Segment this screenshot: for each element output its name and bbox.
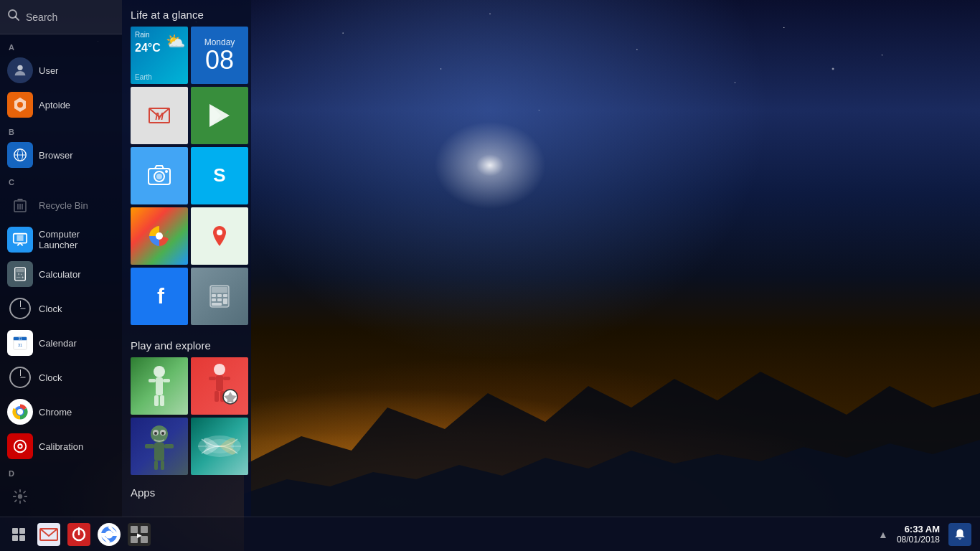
- taskbar-gmail-button[interactable]: [36, 522, 62, 547]
- explore-tile-soccer[interactable]: [191, 357, 248, 415]
- taskbar-left: ▶: [0, 522, 158, 547]
- recycle-label: Recycle Bin: [39, 200, 88, 211]
- clock-label: Clock: [39, 303, 62, 314]
- clock-icon: [7, 296, 33, 321]
- explore-tile-stadium[interactable]: [191, 418, 248, 475]
- svg-rect-59: [149, 379, 156, 382]
- svg-rect-51: [223, 294, 227, 297]
- svg-rect-76: [145, 444, 154, 448]
- facebook-icon: f: [146, 283, 172, 309]
- svg-text:× ÷: × ÷: [18, 273, 23, 276]
- svg-text:▶: ▶: [137, 532, 142, 539]
- sidebar: Search A User Aptoide: [0, 0, 122, 517]
- taskbar: ▶ ▲ 6:33 AM 08/01/2018: [0, 517, 980, 551]
- taskbar-time-display: 6:33 AM 08/01/2018: [897, 524, 940, 545]
- svg-rect-99: [141, 536, 148, 543]
- section-a-label: A: [0, 37, 122, 53]
- svg-text:31: 31: [18, 337, 22, 341]
- weather-earth: Earth: [135, 73, 152, 81]
- svg-rect-14: [17, 269, 24, 273]
- gear-icon: [7, 484, 33, 509]
- svg-rect-79: [161, 461, 164, 470]
- sidebar-items-list: A User Aptoide B: [0, 34, 122, 517]
- sidebar-item-clock[interactable]: Clock: [0, 291, 122, 326]
- explore-tiles-grid: [122, 357, 251, 481]
- svg-rect-66: [223, 377, 230, 380]
- taskbar-appstore-button[interactable]: ▶: [126, 522, 152, 547]
- skype-icon: S: [207, 163, 232, 189]
- sidebar-item-calculator[interactable]: — + × ÷ Calculator: [0, 257, 122, 291]
- search-bar[interactable]: Search: [0, 0, 122, 34]
- sidebar-item-browser[interactable]: Browser: [0, 138, 122, 172]
- tile-skype[interactable]: S: [191, 147, 248, 204]
- svg-rect-62: [160, 395, 164, 406]
- clock2-label: Clock: [39, 372, 62, 383]
- svg-rect-86: [19, 535, 25, 541]
- explore-tile-zombie[interactable]: [131, 418, 188, 475]
- tile-calculator[interactable]: [191, 268, 248, 325]
- search-icon: [7, 9, 20, 25]
- grid-icon: [11, 527, 26, 542]
- taskbar-gmail-icon: [37, 523, 60, 546]
- svg-point-40: [156, 174, 162, 179]
- svg-point-74: [161, 432, 164, 435]
- svg-text:S: S: [213, 164, 225, 186]
- svg-rect-85: [12, 535, 18, 541]
- svg-rect-64: [216, 375, 223, 391]
- sidebar-item-recycle[interactable]: Recycle Bin: [0, 188, 122, 222]
- chrome-icon: [7, 399, 33, 425]
- svg-point-23: [18, 410, 23, 415]
- clock2-icon: [7, 364, 33, 390]
- tile-date[interactable]: Monday 08: [191, 27, 248, 84]
- calendar-label: Calendar: [39, 338, 77, 349]
- explore-tile-cricket[interactable]: [131, 357, 188, 415]
- aptoide-icon: [7, 92, 33, 118]
- sidebar-item-calendar[interactable]: 31 31 Calendar: [0, 326, 122, 360]
- sidebar-item-clock2[interactable]: Clock: [0, 360, 122, 395]
- taskbar-power-button[interactable]: [66, 522, 92, 547]
- life-at-glance-title: Life at a glance: [122, 0, 251, 27]
- weather-rain: Rain: [135, 31, 150, 39]
- svg-point-45: [217, 230, 222, 235]
- svg-point-26: [19, 445, 22, 448]
- chrome-label: Chrome: [39, 407, 72, 418]
- browser-label: Browser: [39, 150, 73, 161]
- taskbar-grid-button[interactable]: [6, 522, 32, 547]
- tile-gmail[interactable]: M: [131, 87, 188, 144]
- svg-rect-58: [156, 377, 163, 395]
- svg-rect-53: [217, 298, 222, 301]
- taskbar-chrome-button[interactable]: [96, 522, 122, 547]
- tile-store[interactable]: [191, 87, 248, 144]
- tile-maps[interactable]: [191, 207, 248, 265]
- sidebar-item-settings-gear[interactable]: [0, 479, 122, 514]
- svg-rect-97: [141, 526, 148, 533]
- taskbar-chrome-icon: [98, 523, 121, 546]
- calibration-label: Calibration: [39, 441, 83, 452]
- section-d-label: D: [0, 463, 122, 479]
- svg-point-3: [17, 102, 23, 108]
- calculator-icon: — + × ÷: [7, 261, 33, 287]
- svg-rect-60: [163, 379, 170, 382]
- svg-point-57: [154, 366, 165, 377]
- sidebar-item-chrome[interactable]: Chrome: [0, 395, 122, 429]
- svg-rect-77: [164, 444, 174, 448]
- apps-title: Apps: [122, 481, 251, 501]
- camera-icon: [146, 163, 172, 189]
- tile-photos[interactable]: [131, 207, 188, 265]
- tile-facebook[interactable]: f: [131, 268, 188, 325]
- calculator-tile-icon: [207, 283, 232, 309]
- sidebar-item-user[interactable]: User: [0, 53, 122, 88]
- taskbar-time: 6:33 AM: [897, 524, 940, 534]
- gmail-icon: M: [145, 101, 174, 130]
- sidebar-item-calibration[interactable]: Calibration: [0, 429, 122, 463]
- svg-rect-75: [154, 443, 164, 461]
- sidebar-item-computer-launcher[interactable]: Computer Launcher: [0, 222, 122, 257]
- svg-rect-55: [212, 303, 222, 306]
- taskbar-notification-button[interactable]: [948, 523, 971, 546]
- taskbar-appstore-icon: ▶: [128, 523, 151, 546]
- sidebar-item-aptoide[interactable]: Aptoide: [0, 88, 122, 122]
- svg-point-2: [17, 65, 22, 70]
- tile-camera[interactable]: [131, 147, 188, 204]
- taskbar-chevron-up[interactable]: ▲: [878, 529, 888, 540]
- tile-weather[interactable]: Rain 24°C ⛅ Earth: [131, 27, 188, 84]
